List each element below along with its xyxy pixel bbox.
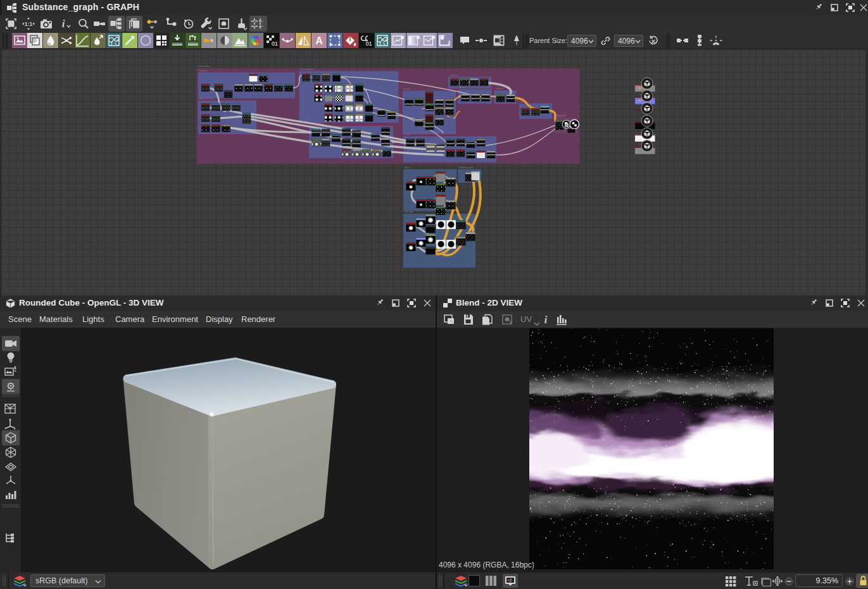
svg-text:i: i bbox=[544, 314, 548, 325]
svg-text:01: 01 bbox=[365, 40, 372, 47]
svg-text:Camera Sky: Camera Sky bbox=[198, 65, 210, 68]
svg-text:Stars: Stars bbox=[405, 166, 410, 169]
svg-text:Nebula Layers: Nebula Layers bbox=[460, 166, 474, 169]
svg-text:i: i bbox=[62, 18, 65, 30]
svg-text:1:1: 1:1 bbox=[25, 21, 33, 27]
svg-text:Blender: Blender bbox=[460, 86, 468, 89]
svg-text:Noise: Noise bbox=[405, 133, 410, 136]
svg-text:A: A bbox=[315, 35, 323, 46]
svg-text:Main Starfield: Main Starfield bbox=[199, 97, 213, 100]
svg-text:Starfield: Starfield bbox=[199, 70, 208, 72]
svg-text:Warrior: Warrior bbox=[404, 88, 412, 90]
svg-text:Opacities: Opacities bbox=[450, 74, 458, 77]
svg-text:Main Nebulific: Main Nebulific bbox=[301, 68, 315, 71]
svg-text:01: 01 bbox=[272, 40, 278, 47]
svg-text:Star Map: Star Map bbox=[405, 211, 413, 213]
svg-text:Nebula/3D: Nebula/3D bbox=[555, 115, 566, 117]
svg-text:Sharpen: Sharpen bbox=[496, 87, 504, 90]
